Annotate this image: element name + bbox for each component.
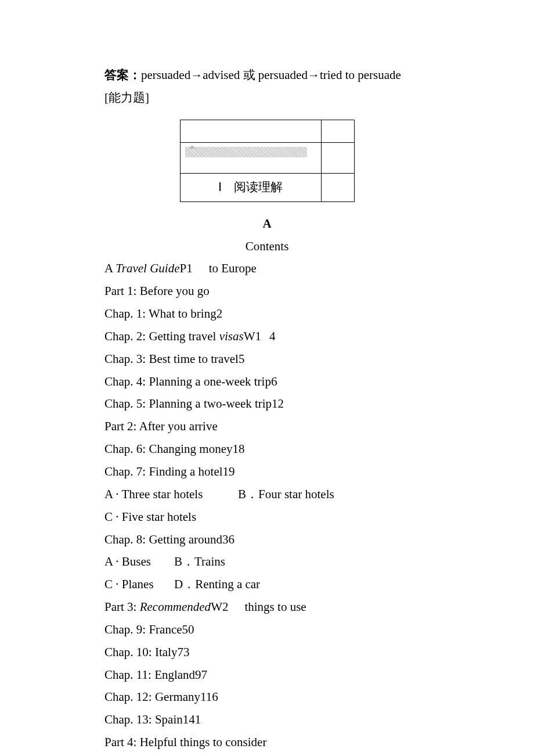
box-cell-empty-mid-right	[321, 142, 354, 173]
text-recommended: Recommended	[140, 600, 211, 614]
toc-chap1: Chap. 1: What to bring2	[104, 303, 430, 325]
text-a: A	[104, 261, 116, 275]
box-cell-empty-top-left	[180, 120, 321, 142]
toc-chap9: Chap. 9: France50	[104, 618, 430, 641]
toc-line-travel-guide: A Travel GuideP1to Europe	[104, 257, 430, 280]
toc-part1: Part 1: Before you go	[104, 280, 430, 303]
text-things-to-use: things to use	[244, 600, 306, 614]
toc-chap13: Chap. 13: Spain141	[104, 708, 430, 731]
toc-part2: Part 2: After you arrive	[104, 415, 430, 438]
toc-chap2: Chap. 2: Getting travel visasW14	[104, 325, 430, 348]
toc-chap6: Chap. 6: Changing money18	[104, 438, 430, 460]
box-cell-empty-top-right	[321, 120, 354, 142]
toc-chap4: Chap. 4: Planning a one-week trip6	[104, 370, 430, 393]
opt-renting: D．Renting a car	[174, 573, 260, 596]
toc-chap10: Chap. 10: Italy73	[104, 641, 430, 664]
toc-part3: Part 3: RecommendedW2things to use	[104, 596, 430, 618]
progress-stripe-icon	[185, 147, 307, 157]
opt-three-star: A · Three star hotels	[104, 483, 238, 506]
box-cell-stripe	[180, 142, 321, 173]
toc-chap11: Chap. 11: England97	[104, 664, 430, 686]
toc-chap8-options-cd: C · PlanesD．Renting a car	[104, 573, 430, 596]
text-w2: W2	[211, 600, 228, 614]
section-box: Ⅰ 阅读理解	[180, 120, 355, 202]
text-visas: visas	[219, 329, 244, 343]
toc-chap8: Chap. 8: Getting around36	[104, 528, 430, 551]
box-cell-empty-bottom-right	[321, 173, 354, 201]
section-a-heading: A	[104, 213, 430, 235]
ability-label: [能力题]	[104, 87, 430, 109]
toc-chap7-options-ab: A · Three star hotelsB．Four star hotels	[104, 483, 430, 506]
box-row-2	[180, 142, 354, 173]
toc-chap7-option-c: C · Five star hotels	[104, 506, 430, 528]
document-page: 答案：persuaded→advised 或 persuaded→tried t…	[0, 0, 534, 756]
box-row-3: Ⅰ 阅读理解	[180, 173, 354, 201]
text-travel-guide: Travel Guide	[116, 261, 179, 275]
answer-content: persuaded→advised 或 persuaded→tried to p…	[141, 68, 401, 82]
answer-line: 答案：persuaded→advised 或 persuaded→tried t…	[104, 64, 430, 87]
text-chap2-prefix: Chap. 2: Getting travel	[104, 329, 219, 343]
toc-chap12: Chap. 12: Germany116	[104, 686, 430, 708]
opt-trains: B．Trains	[174, 550, 225, 573]
answer-label: 答案：	[104, 68, 141, 82]
text-part3-prefix: Part 3:	[104, 600, 140, 614]
toc-chap7: Chap. 7: Finding a hotel19	[104, 460, 430, 483]
box-cell-title: Ⅰ 阅读理解	[180, 173, 321, 201]
toc-chap3: Chap. 3: Best time to travel5	[104, 348, 430, 370]
text-w1: W1	[244, 329, 261, 343]
text-4: 4	[269, 329, 276, 343]
opt-buses: A · Buses	[104, 550, 174, 573]
toc-chap5: Chap. 5: Planning a two-week trip12	[104, 393, 430, 415]
toc-part4: Part 4: Helpful things to consider	[104, 731, 430, 754]
contents-heading: Contents	[104, 235, 430, 258]
box-row-1	[180, 120, 354, 142]
toc-chap14: Chap. 14: Staying safe168	[104, 754, 430, 756]
text-to-europe: to Europe	[209, 261, 257, 275]
opt-planes: C · Planes	[104, 573, 174, 596]
toc-chap8-options-ab: A · BusesB．Trains	[104, 550, 430, 573]
text-p1: P1	[180, 261, 193, 275]
opt-four-star: B．Four star hotels	[238, 483, 334, 506]
